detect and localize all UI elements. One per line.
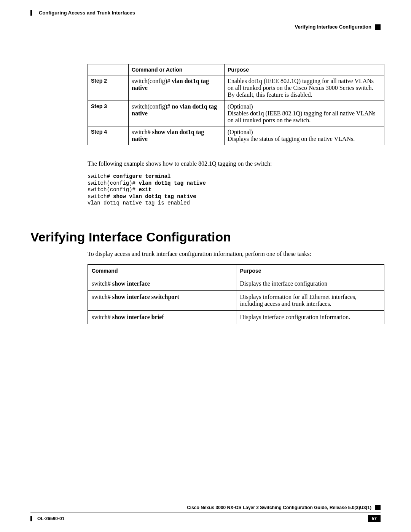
page-footer: Cisco Nexus 3000 NX-OS Layer 2 Switching… [0,505,411,522]
purpose-cell: Displays information for all Ethernet in… [236,290,384,310]
step-command: switch(config)# vlan dot1q tag native [129,75,225,101]
col-purpose: Purpose [236,264,384,277]
purpose-cell: Displays the interface configuration [236,277,384,290]
col-purpose: Purpose [225,64,384,75]
table-row: switch# show interface brief Displays in… [88,310,384,324]
table-row: Step 4 switch# show vlan dot1q tag nativ… [88,126,384,145]
step-command: switch(config)# no vlan dot1q tag native [129,101,225,126]
section-title: Verifying Interface Configuration [295,24,371,30]
table-header-row: Command Purpose [88,264,384,277]
footer-marker-icon [375,505,381,510]
chapter-title: Configuring Access and Trunk Interfaces [39,10,135,16]
cli-example: switch# configure terminal switch(config… [88,173,381,207]
commands-table: Command Purpose switch# show interface D… [88,264,384,324]
command-cell: switch# show interface [88,277,236,290]
command-cell: switch# show interface switchport [88,290,236,310]
step-label: Step 2 [88,75,129,101]
page-header: Configuring Access and Trunk Interfaces [0,0,411,17]
col-command: Command or Action [129,64,225,75]
header-bar-icon [30,10,32,16]
table-row: switch# show interface switchport Displa… [88,290,384,310]
table-row: Step 2 switch(config)# vlan dot1q tag na… [88,75,384,101]
table-header-row: Command or Action Purpose [88,64,384,75]
step-purpose: (Optional) Displays the status of taggin… [225,126,384,145]
step-label: Step 3 [88,101,129,126]
col-command: Command [88,264,236,277]
step-purpose: Enables dot1q (IEEE 802.1Q) tagging for … [225,75,384,101]
steps-table: Command or Action Purpose Step 2 switch(… [88,64,384,145]
command-cell: switch# show interface brief [88,310,236,324]
step-command: switch# show vlan dot1q tag native [129,126,225,145]
example-intro: The following example shows how to enabl… [88,160,381,167]
guide-title: Cisco Nexus 3000 NX-OS Layer 2 Switching… [187,505,371,510]
doc-number: OL-26590-01 [37,516,64,521]
purpose-cell: Displays interface configuration informa… [236,310,384,324]
page-number: 57 [368,515,381,522]
col-step [88,64,129,75]
step-label: Step 4 [88,126,129,145]
section-heading: Verifying Interface Configuration [30,230,381,244]
table-row: switch# show interface Displays the inte… [88,277,384,290]
section-intro: To display access and trunk interface co… [88,251,381,257]
step-purpose: (Optional) Disables dot1q (IEEE 802.1Q) … [225,101,384,126]
header-marker-icon [375,24,381,30]
footer-bar-icon [30,516,32,521]
table-row: Step 3 switch(config)# no vlan dot1q tag… [88,101,384,126]
